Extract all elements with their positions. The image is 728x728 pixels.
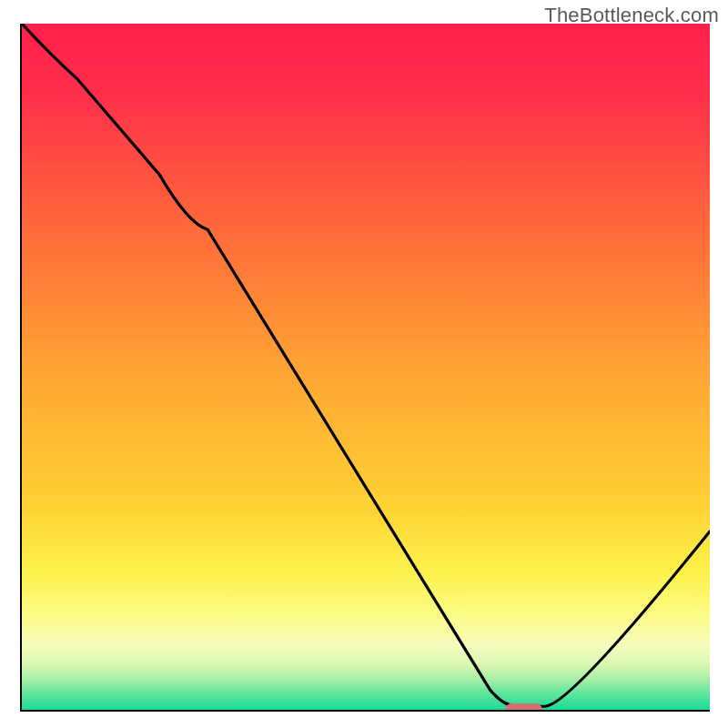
bottleneck-curve [22,24,710,710]
optimal-zone-marker [505,703,543,712]
plot-area [20,24,710,712]
chart-canvas: TheBottleneck.com [0,0,728,728]
